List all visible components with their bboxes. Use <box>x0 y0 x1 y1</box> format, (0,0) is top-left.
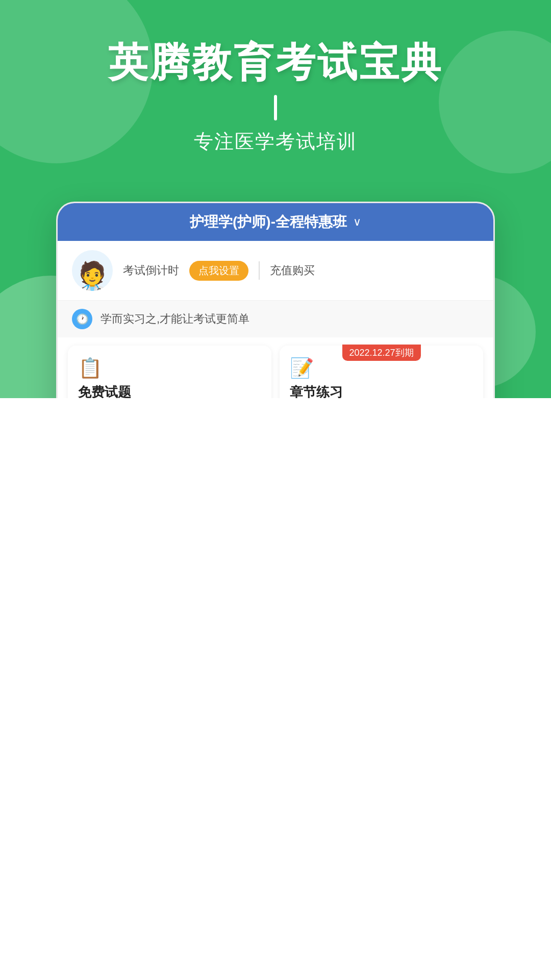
countdown-label: 考试倒计时 <box>123 263 179 278</box>
card-chapter-practice[interactable]: 2022.12.27到期 📝 章节练习 精选试题 智能分析 <box>280 346 483 398</box>
dropdown-arrow-icon: ∨ <box>353 215 361 229</box>
card-free-questions[interactable]: 📋 免费试题 精选好题 免费体验 <box>68 346 271 398</box>
avatar: 🧑‍⚕️ <box>72 250 113 291</box>
motto-row: 🕐 学而实习之,才能让考试更简单 <box>58 301 493 337</box>
user-row: 🧑‍⚕️ 考试倒计时 点我设置 充值购买 <box>58 241 493 301</box>
vertical-divider <box>259 261 260 280</box>
below-hero <box>0 398 551 755</box>
hero-section: 英腾教育考试宝典 专注医学考试培训 章节 练习 历年 真题 护理学(护师)-全程… <box>0 0 551 398</box>
app-frame: 护理学(护师)-全程特惠班 ∨ 🧑‍⚕️ 考试倒计时 点我设置 充值购买 🕐 学… <box>56 202 495 398</box>
badge-date-1: 2022.12.27到期 <box>342 345 420 361</box>
avatar-figure: 🧑‍⚕️ <box>74 262 110 291</box>
set-button[interactable]: 点我设置 <box>189 261 248 281</box>
hero-title: 英腾教育考试宝典 <box>108 41 443 85</box>
hero-divider <box>274 95 277 120</box>
card-icon-0: 📋 <box>78 357 261 379</box>
hero-subtitle: 专注医学考试培训 <box>194 129 357 155</box>
clock-icon: 🕐 <box>72 309 92 329</box>
user-info: 考试倒计时 点我设置 充值购买 <box>123 261 479 281</box>
card-title-0: 免费试题 <box>78 383 261 398</box>
recharge-label: 充值购买 <box>270 263 315 278</box>
class-header[interactable]: 护理学(护师)-全程特惠班 ∨ <box>58 203 493 241</box>
app-frame-wrapper: 章节 练习 历年 真题 护理学(护师)-全程特惠班 ∨ 🧑‍⚕️ 考试倒计时 点… <box>56 202 495 398</box>
motto-text: 学而实习之,才能让考试更简单 <box>101 311 249 327</box>
cards-grid: 📋 免费试题 精选好题 免费体验 2022.12.27到期 📝 章节练习 精选试… <box>58 337 493 398</box>
class-name: 护理学(护师)-全程特惠班 <box>190 212 347 232</box>
card-title-1: 章节练习 <box>290 383 473 398</box>
